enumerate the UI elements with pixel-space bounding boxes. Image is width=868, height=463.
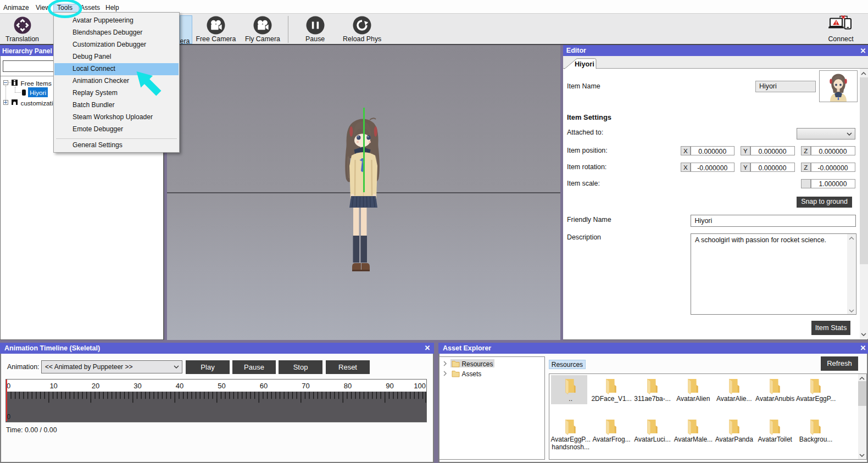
svg-text:100: 100 (414, 382, 426, 390)
svg-text:50: 50 (218, 382, 225, 390)
svg-text:20: 20 (92, 382, 99, 390)
svg-text:0: 0 (7, 382, 10, 390)
svg-text:60: 60 (260, 382, 268, 390)
svg-text:30: 30 (133, 382, 141, 390)
svg-text:40: 40 (176, 382, 183, 390)
svg-text:80: 80 (344, 382, 352, 390)
svg-text:90: 90 (386, 382, 393, 390)
svg-text:70: 70 (302, 382, 309, 390)
svg-text:10: 10 (49, 382, 57, 390)
